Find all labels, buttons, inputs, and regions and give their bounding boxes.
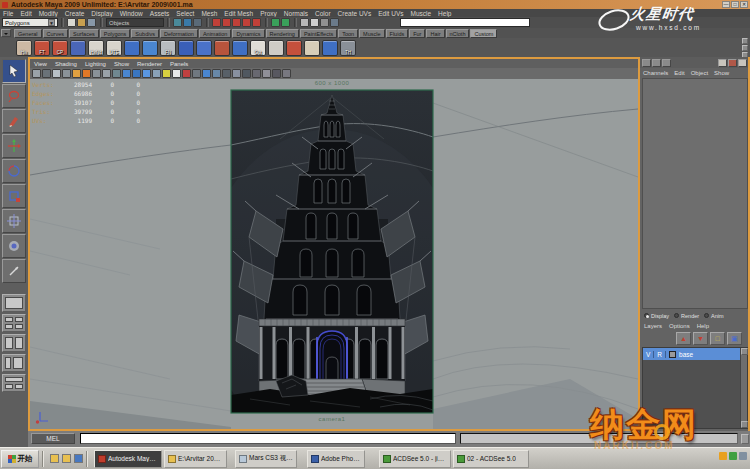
- taskbar-task-button[interactable]: E:\Arvitar 2009\jia..: [164, 450, 227, 468]
- shelf-tab[interactable]: Subdivs: [131, 29, 159, 38]
- layer-visibility-toggle[interactable]: V: [643, 351, 654, 358]
- panel-toolbar-icon[interactable]: [142, 69, 151, 78]
- menu-item[interactable]: Assets: [150, 10, 170, 17]
- shelf-tool-icon[interactable]: Out: [250, 40, 266, 56]
- universal-manipulator-tool-button[interactable]: [2, 209, 26, 233]
- shelf-tab[interactable]: General: [14, 29, 42, 38]
- layout-two-pane-button[interactable]: [2, 334, 26, 352]
- shelf-tab[interactable]: PaintEffects: [300, 29, 337, 38]
- render-icon[interactable]: [310, 18, 319, 27]
- channel-box-menu-item[interactable]: Edit: [674, 70, 684, 76]
- panel-toolbar-icon[interactable]: [32, 69, 41, 78]
- paint-select-tool-button[interactable]: [2, 109, 26, 133]
- shelf-tool-icon[interactable]: TH: [340, 40, 356, 56]
- panel-toolbar-icon[interactable]: [82, 69, 91, 78]
- output-list-icon[interactable]: [662, 59, 671, 67]
- panel-toolbar-icon[interactable]: [182, 69, 191, 78]
- menu-item[interactable]: Edit Mesh: [224, 10, 253, 17]
- panel-toolbar-icon[interactable]: [262, 69, 271, 78]
- shelf-tab[interactable]: Custom: [470, 29, 497, 38]
- panel-toolbar-icon[interactable]: [202, 69, 211, 78]
- panel-menu-item[interactable]: Shading: [55, 61, 77, 67]
- show-desktop-icon[interactable]: [74, 454, 83, 463]
- menu-item[interactable]: Edit UVs: [378, 10, 403, 17]
- input-list-icon[interactable]: [652, 59, 661, 67]
- layer-mode-radio[interactable]: Anim: [704, 313, 724, 319]
- selection-mask-field[interactable]: [106, 18, 164, 27]
- panel-toolbar-icon[interactable]: [52, 69, 61, 78]
- menu-item[interactable]: Proxy: [260, 10, 277, 17]
- shelf-tab[interactable]: Rendering: [266, 29, 299, 38]
- manip-display-icon[interactable]: [718, 59, 727, 67]
- layout-persp-outliner-button[interactable]: [2, 354, 26, 372]
- save-scene-icon[interactable]: [87, 18, 96, 27]
- shelf-tab[interactable]: Curves: [43, 29, 68, 38]
- snap-grid-icon[interactable]: [212, 18, 221, 27]
- shelf-tool-icon[interactable]: [196, 40, 212, 56]
- create-layer-from-selected-icon[interactable]: ▣: [727, 332, 742, 345]
- panel-toolbar-icon[interactable]: [192, 69, 201, 78]
- move-layer-up-icon[interactable]: ▲: [676, 332, 691, 345]
- channel-box-empty-area[interactable]: [642, 78, 748, 309]
- output-connections-icon[interactable]: [281, 18, 290, 27]
- menu-item[interactable]: Create UVs: [338, 10, 372, 17]
- shelf-tool-icon[interactable]: FT: [34, 40, 50, 56]
- ipr-render-icon[interactable]: [320, 18, 329, 27]
- layout-four-pane-button[interactable]: [2, 314, 26, 332]
- panel-toolbar-icon[interactable]: [122, 69, 131, 78]
- numeric-input-field[interactable]: [400, 18, 530, 27]
- shelf-tool-icon[interactable]: His: [16, 40, 32, 56]
- panel-toolbar-icon[interactable]: [132, 69, 141, 78]
- panel-toolbar-icon[interactable]: [252, 69, 261, 78]
- channel-box-menu-item[interactable]: Show: [714, 70, 729, 76]
- shelf-tool-icon[interactable]: UTE: [106, 40, 122, 56]
- shelf-tool-icon[interactable]: FN: [160, 40, 176, 56]
- viewport-canvas[interactable]: Verts:2895400Edges:6698600Faces:3910700T…: [30, 79, 638, 429]
- menu-item[interactable]: Color: [315, 10, 331, 17]
- panel-toolbar-icon[interactable]: [232, 69, 241, 78]
- menu-item[interactable]: Muscle: [410, 10, 431, 17]
- toggle-icon[interactable]: [742, 45, 748, 51]
- command-input[interactable]: [80, 433, 456, 444]
- layer-mode-radio[interactable]: Render: [674, 313, 699, 319]
- panel-toolbar-icon[interactable]: [222, 69, 231, 78]
- select-object-icon[interactable]: [183, 18, 192, 27]
- panel-toolbar-icon[interactable]: [42, 69, 51, 78]
- panel-menu-item[interactable]: Panels: [170, 61, 188, 67]
- shelf-tab[interactable]: Animation: [199, 29, 231, 38]
- hyperbuild-icon[interactable]: [738, 59, 747, 67]
- layer-name[interactable]: base: [679, 351, 693, 358]
- move-tool-button[interactable]: [2, 134, 26, 158]
- panel-toolbar-icon[interactable]: [72, 69, 81, 78]
- menu-item[interactable]: Modify: [39, 10, 58, 17]
- panel-toolbar-icon[interactable]: [172, 69, 181, 78]
- panel-toolbar-icon[interactable]: [62, 69, 71, 78]
- scale-tool-button[interactable]: [2, 184, 26, 208]
- snap-curve-icon[interactable]: [222, 18, 231, 27]
- panel-menu-item[interactable]: View: [34, 61, 47, 67]
- create-empty-layer-icon[interactable]: □: [710, 332, 725, 345]
- panel-toolbar-icon[interactable]: [112, 69, 121, 78]
- panel-menu-item[interactable]: Show: [114, 61, 129, 67]
- construction-history-icon[interactable]: [300, 18, 309, 27]
- select-tool-button[interactable]: [2, 59, 26, 83]
- shelf-tool-icon[interactable]: CP: [52, 40, 68, 56]
- shelf-tool-icon[interactable]: [304, 40, 320, 56]
- quicklaunch-folder-icon[interactable]: [62, 454, 71, 463]
- taskbar-task-button[interactable]: 02 - ACDSee 5.0: [453, 450, 529, 468]
- shelf-tool-icon[interactable]: [124, 40, 140, 56]
- menu-item[interactable]: Normals: [284, 10, 308, 17]
- object-list-icon[interactable]: [642, 59, 651, 67]
- select-component-icon[interactable]: [193, 18, 202, 27]
- open-scene-icon[interactable]: [77, 18, 86, 27]
- shelf-tool-icon[interactable]: [268, 40, 284, 56]
- shelf-tool-icon[interactable]: [232, 40, 248, 56]
- shelf-tab[interactable]: Muscle: [359, 29, 384, 38]
- render-settings-icon[interactable]: [330, 18, 339, 27]
- menu-item[interactable]: Select: [176, 10, 194, 17]
- shelf-tab[interactable]: Fluids: [386, 29, 409, 38]
- lasso-tool-button[interactable]: [2, 84, 26, 108]
- mel-toggle-button[interactable]: MEL: [31, 433, 75, 444]
- rotate-tool-button[interactable]: [2, 159, 26, 183]
- panel-toolbar-icon[interactable]: [162, 69, 171, 78]
